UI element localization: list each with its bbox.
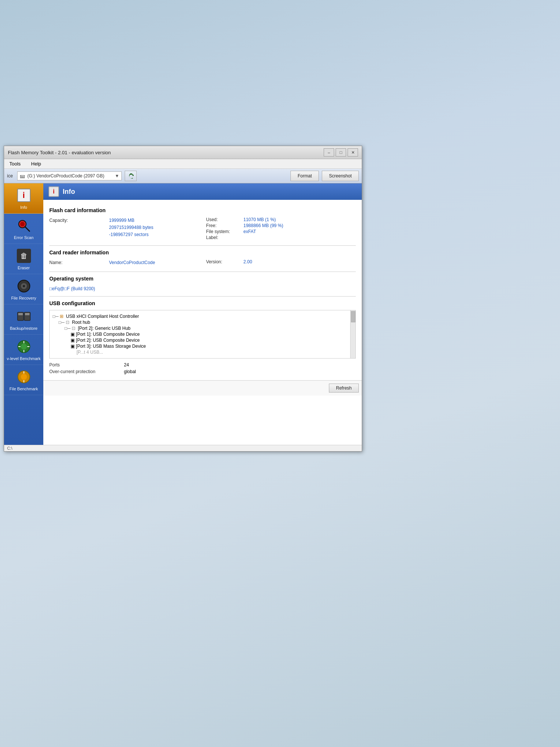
main-panel: i Info Flash card information Capacity: … bbox=[43, 183, 362, 445]
refresh-button[interactable]: Refresh bbox=[329, 384, 359, 393]
name-label: Name: bbox=[49, 259, 109, 266]
sidebar-label-file-recovery: File Recovery bbox=[11, 296, 36, 300]
magnify-icon bbox=[16, 217, 32, 234]
info-icon: i bbox=[16, 187, 32, 204]
sidebar-label-eraser: Eraser bbox=[18, 266, 29, 270]
card-reader-left: Name: VendorCoProductCode bbox=[49, 259, 206, 268]
tree-line-2: □─ ⊡ [Port 2]: Generic USB Hub bbox=[53, 325, 352, 331]
svg-line-2 bbox=[25, 227, 29, 231]
level-benchmark-icon bbox=[16, 338, 32, 355]
usb-tree-box[interactable]: □─ ⊞ USB xHCI Compliant Host Controller … bbox=[49, 310, 356, 359]
capacity-row-inner: Capacity: 1999999 MB 2097151999488 bytes… bbox=[49, 217, 206, 239]
overcurrent-row: Over-current protection global bbox=[49, 368, 356, 375]
status-text: C:\ bbox=[7, 446, 12, 450]
ports-label: Ports bbox=[49, 362, 124, 368]
divider-3 bbox=[49, 296, 356, 297]
capacity-label: Capacity: bbox=[49, 217, 109, 239]
sidebar-item-eraser[interactable]: 🗑 Eraser bbox=[4, 244, 43, 274]
sidebar-item-file-benchmark[interactable]: File Benchmark bbox=[4, 365, 43, 395]
eraser-icon: 🗑 bbox=[16, 248, 32, 264]
svg-point-1 bbox=[20, 222, 25, 226]
content-area: i Info Error Scan 🗑 Eraser bbox=[4, 183, 362, 445]
format-button[interactable]: Format bbox=[290, 171, 319, 181]
overcurrent-label: Over-current protection bbox=[49, 369, 124, 374]
device-dropdown[interactable]: 🖴 (G:) VendorCoProductCode (2097 GB) ▼ bbox=[17, 171, 122, 180]
label-row: Label: bbox=[206, 235, 356, 240]
close-button[interactable]: ✕ bbox=[348, 148, 358, 156]
recovery-icon bbox=[16, 278, 32, 294]
scrollbar[interactable] bbox=[350, 310, 355, 358]
ports-value: 24 bbox=[124, 362, 129, 368]
sidebar-label-level-benchmark: v-level Benchmark bbox=[7, 356, 40, 361]
menu-help[interactable]: Help bbox=[29, 160, 43, 167]
panel-content: Flash card information Capacity: 1999999… bbox=[43, 200, 362, 380]
sidebar-label-file-benchmark: File Benchmark bbox=[9, 387, 38, 391]
os-section-title: Operating system bbox=[49, 276, 356, 282]
tree-line-6: [P...t 4 USB... bbox=[53, 349, 352, 355]
sidebar-item-info[interactable]: i Info bbox=[4, 183, 43, 214]
sidebar-label-backup-restore: Backup/restore bbox=[10, 326, 38, 331]
overcurrent-value: global bbox=[124, 369, 136, 374]
device-prefix-label: ice bbox=[7, 173, 13, 179]
ports-row: Ports 24 bbox=[49, 362, 356, 368]
filesystem-value: exFAT bbox=[243, 229, 256, 234]
free-row: Free: 1988866 MB (99 %) bbox=[206, 223, 356, 228]
version-value: 2.00 bbox=[243, 259, 252, 264]
drive-icon: 🖴 bbox=[20, 173, 25, 179]
minimize-button[interactable]: – bbox=[324, 148, 334, 156]
svg-rect-7 bbox=[18, 313, 23, 315]
card-reader-section-title: Card reader information bbox=[49, 249, 356, 255]
version-row: Version: 2.00 bbox=[206, 259, 356, 264]
sidebar-item-backup-restore[interactable]: Backup/restore bbox=[4, 304, 43, 335]
free-value: 1988866 MB (99 %) bbox=[243, 223, 283, 228]
status-bar: C:\ bbox=[4, 445, 362, 451]
label-label: Label: bbox=[206, 235, 243, 240]
panel-header-icon: i bbox=[49, 186, 59, 197]
card-reader-right: Version: 2.00 bbox=[206, 259, 356, 268]
device-refresh-button[interactable] bbox=[125, 171, 137, 181]
name-value: VendorCoProductCode bbox=[109, 259, 155, 266]
sidebar-item-level-benchmark[interactable]: v-level Benchmark bbox=[4, 335, 43, 365]
sidebar-label-info: Info bbox=[20, 205, 27, 210]
bottom-bar: Refresh bbox=[43, 380, 362, 396]
used-label: Used: bbox=[206, 217, 243, 222]
filesystem-label: File system: bbox=[206, 229, 243, 234]
filesystem-row: File system: exFAT bbox=[206, 229, 356, 234]
menu-tools[interactable]: Tools bbox=[7, 160, 23, 167]
os-value: □eFq@□F (Build 9200) bbox=[49, 285, 356, 292]
used-row: Used: 11070 MB (1 %) bbox=[206, 217, 356, 222]
sidebar: i Info Error Scan 🗑 Eraser bbox=[4, 183, 43, 445]
card-reader-row: Name: VendorCoProductCode Version: 2.00 bbox=[49, 259, 356, 268]
capacity-values: 1999999 MB 2097151999488 bytes -19896729… bbox=[109, 217, 153, 239]
svg-point-17 bbox=[21, 374, 27, 380]
maximize-button[interactable]: □ bbox=[336, 148, 346, 156]
menu-bar: Tools Help bbox=[4, 159, 362, 169]
divider-1 bbox=[49, 245, 356, 246]
panel-title: Info bbox=[63, 188, 75, 196]
tree-line-4: ▣ [Port 2]: USB Composite Device bbox=[53, 337, 352, 343]
flash-card-section-title: Flash card information bbox=[49, 207, 356, 213]
refresh-icon bbox=[127, 173, 134, 179]
sidebar-item-file-recovery[interactable]: File Recovery bbox=[4, 274, 43, 304]
file-benchmark-icon bbox=[16, 369, 32, 385]
svg-point-11 bbox=[21, 344, 27, 350]
capacity-sectors: -198967297 sectors bbox=[109, 231, 153, 238]
backup-icon bbox=[16, 308, 32, 325]
capacity-bytes: 2097151999488 bytes bbox=[109, 224, 153, 231]
tree-line-0: □─ ⊞ USB xHCI Compliant Host Controller bbox=[53, 313, 352, 319]
name-row: Name: VendorCoProductCode bbox=[49, 259, 206, 266]
capacity-left: Capacity: 1999999 MB 2097151999488 bytes… bbox=[49, 217, 206, 242]
tree-line-3: ▣ [Port 1]: USB Composite Device bbox=[53, 331, 352, 337]
toolbar: ice 🖴 (G:) VendorCoProductCode (2097 GB)… bbox=[4, 169, 362, 183]
svg-point-5 bbox=[23, 285, 25, 287]
free-label: Free: bbox=[206, 223, 243, 228]
window-controls: – □ ✕ bbox=[324, 148, 358, 156]
sidebar-item-error-scan[interactable]: Error Scan bbox=[4, 214, 43, 244]
screenshot-button[interactable]: Screenshot bbox=[322, 171, 359, 181]
used-value: 11070 MB (1 %) bbox=[243, 217, 276, 222]
svg-rect-9 bbox=[25, 313, 29, 315]
tree-line-5: ▣ [Port 3]: USB Mass Storage Device bbox=[53, 343, 352, 349]
panel-header: i Info bbox=[43, 183, 362, 200]
capacity-mb: 1999999 MB bbox=[109, 217, 153, 224]
sidebar-label-error-scan: Error Scan bbox=[14, 235, 34, 240]
